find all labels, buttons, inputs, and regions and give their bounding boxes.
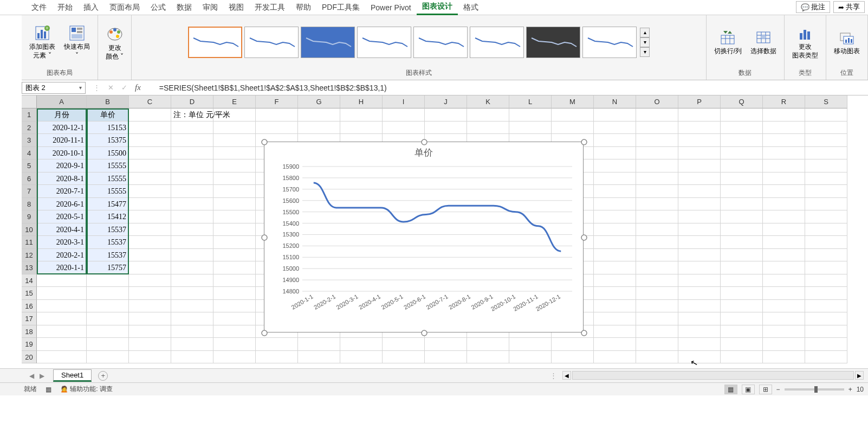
cell-P12[interactable] (678, 249, 721, 262)
row-header-7[interactable]: 7 (22, 185, 37, 198)
cell-S6[interactable] (805, 172, 847, 185)
col-header-A[interactable]: A (37, 95, 87, 108)
menu-tab-公式[interactable]: 公式 (145, 1, 171, 15)
col-header-R[interactable]: R (763, 95, 805, 108)
col-header-Q[interactable]: Q (721, 95, 763, 108)
cell-Q20[interactable] (721, 351, 763, 364)
cell-O7[interactable] (636, 185, 678, 198)
styles-scroll-up-icon[interactable]: ▴ (640, 28, 650, 37)
scroll-right-icon[interactable]: ▶ (855, 371, 864, 380)
cell-P11[interactable] (678, 236, 721, 249)
cell-R19[interactable] (763, 338, 805, 351)
cell-O3[interactable] (636, 134, 678, 147)
menu-tab-审阅[interactable]: 审阅 (197, 1, 223, 15)
cell-D14[interactable] (171, 274, 213, 287)
cell-N12[interactable] (594, 249, 636, 262)
cell-H19[interactable] (340, 338, 383, 351)
change-chart-type-button[interactable]: 更改 图表类型 (789, 23, 821, 61)
cell-S18[interactable] (805, 325, 847, 338)
cell-O15[interactable] (636, 287, 678, 300)
cell-N18[interactable] (594, 325, 636, 338)
cell-C1[interactable] (129, 108, 171, 121)
cell-O14[interactable] (636, 274, 678, 287)
menu-tab-插入[interactable]: 插入 (78, 1, 104, 15)
cell-C18[interactable] (129, 325, 171, 338)
cell-R18[interactable] (763, 325, 805, 338)
cell-N11[interactable] (594, 236, 636, 249)
cell-Q7[interactable] (721, 185, 763, 198)
cell-G20[interactable] (298, 351, 340, 364)
cell-H2[interactable] (340, 121, 383, 135)
cell-E14[interactable] (213, 274, 256, 287)
menu-tab-开始[interactable]: 开始 (52, 1, 78, 15)
col-header-P[interactable]: P (678, 95, 721, 108)
cell-D3[interactable] (171, 134, 213, 147)
cell-A1[interactable]: 月份 (37, 108, 87, 121)
cell-N14[interactable] (594, 274, 636, 287)
cell-B1[interactable]: 单价 (87, 108, 129, 121)
row-header-13[interactable]: 13 (22, 261, 37, 274)
cell-E15[interactable] (213, 287, 256, 300)
cell-Q13[interactable] (721, 261, 763, 274)
page-layout-view-button[interactable]: ▣ (742, 385, 755, 394)
cell-C11[interactable] (129, 236, 171, 249)
cell-F19[interactable] (256, 338, 298, 351)
cell-R7[interactable] (763, 185, 805, 198)
cell-D11[interactable] (171, 236, 213, 249)
cell-K19[interactable] (467, 338, 509, 351)
cell-D13[interactable] (171, 261, 213, 274)
cell-Q8[interactable] (721, 198, 763, 211)
cell-P20[interactable] (678, 351, 721, 364)
menu-tab-视图[interactable]: 视图 (223, 1, 249, 15)
cell-E16[interactable] (213, 300, 256, 313)
cell-O16[interactable] (636, 300, 678, 313)
col-header-O[interactable]: O (636, 95, 678, 108)
cell-H20[interactable] (340, 351, 383, 364)
cell-E19[interactable] (213, 338, 256, 351)
cell-O10[interactable] (636, 223, 678, 236)
cell-O2[interactable] (636, 121, 678, 135)
cell-D10[interactable] (171, 223, 213, 236)
cell-A8[interactable]: 2020-6-1 (37, 198, 87, 211)
cell-A16[interactable] (37, 300, 87, 313)
cell-P16[interactable] (678, 300, 721, 313)
formula-input[interactable]: =SERIES(Sheet1!$B$1,Sheet1!$A$2:$A$13,Sh… (156, 82, 868, 93)
cell-A20[interactable] (37, 351, 87, 364)
cell-P17[interactable] (678, 312, 721, 325)
row-header-1[interactable]: 1 (22, 108, 37, 121)
cell-C12[interactable] (129, 249, 171, 262)
cell-G1[interactable] (298, 108, 340, 121)
cell-D12[interactable] (171, 249, 213, 262)
cell-J19[interactable] (425, 338, 467, 351)
cell-O1[interactable] (636, 108, 678, 121)
cell-E4[interactable] (213, 147, 256, 160)
cell-D2[interactable] (171, 121, 213, 135)
cell-D6[interactable] (171, 172, 213, 185)
zoom-level[interactable]: 10 (857, 386, 864, 393)
chart-style-1[interactable] (188, 27, 242, 58)
cell-S14[interactable] (805, 274, 847, 287)
cell-K2[interactable] (467, 121, 509, 135)
formula-expand-icon[interactable]: ⋮ (93, 84, 100, 92)
cell-E1[interactable] (213, 108, 256, 121)
sheet-nav-prev-icon[interactable]: ◀ (29, 372, 34, 380)
cell-R20[interactable] (763, 351, 805, 364)
menu-tab-文件[interactable]: 文件 (26, 1, 52, 15)
cell-I2[interactable] (383, 121, 425, 135)
cell-A17[interactable] (37, 312, 87, 325)
cell-N10[interactable] (594, 223, 636, 236)
cell-N7[interactable] (594, 185, 636, 198)
cell-S1[interactable] (805, 108, 847, 121)
quick-layout-button[interactable]: 快速布局 ˅ (61, 23, 93, 61)
cell-S15[interactable] (805, 287, 847, 300)
cell-E6[interactable] (213, 172, 256, 185)
cell-N4[interactable] (594, 147, 636, 160)
cell-C2[interactable] (129, 121, 171, 135)
cell-C5[interactable] (129, 159, 171, 172)
move-chart-button[interactable]: 移动图表 (831, 28, 863, 57)
cell-Q14[interactable] (721, 274, 763, 287)
cell-Q18[interactable] (721, 325, 763, 338)
cell-C10[interactable] (129, 223, 171, 236)
cell-D9[interactable] (171, 210, 213, 223)
cell-R4[interactable] (763, 147, 805, 160)
